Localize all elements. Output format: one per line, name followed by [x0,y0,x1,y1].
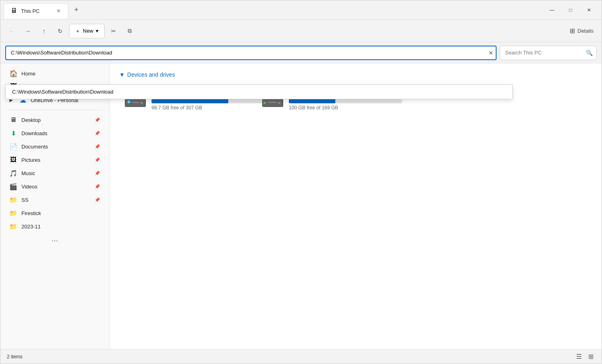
toolbar: ← → ↑ ↻ ＋ New ▾ ✂ ⧉ ⊞ Details [0,20,602,42]
sidebar-label-home: Home [21,71,100,77]
tab-title: This PC [21,8,52,14]
sidebar-item-ss[interactable]: 📁 SS 📌 [3,193,107,206]
content-area: ▼ Devices and drives [109,63,602,349]
forward-button[interactable]: → [21,24,35,38]
documents-icon: 📄 [9,142,17,151]
pin-icon-ss: 📌 [95,197,100,203]
pin-icon-videos: 📌 [95,184,100,189]
refresh-button[interactable]: ↻ [53,24,67,38]
sidebar-item-pictures[interactable]: 🖼 Pictures 📌 [3,153,107,166]
svg-point-14 [278,102,280,104]
pc-icon: 🖥 [10,7,18,15]
sidebar-item-music[interactable]: 🎵 Music 📌 [3,167,107,180]
new-label: New [83,28,93,34]
search-bar-wrap: 🔍 [500,46,597,60]
minimize-button[interactable]: — [543,4,561,17]
list-view-button[interactable]: ☰ [575,352,583,361]
drive-e-size: 100 GB free of 169 GB [289,105,402,111]
address-bar-wrap: ✕ [5,46,497,60]
address-bar-input[interactable] [5,46,497,60]
new-button[interactable]: ＋ New ▾ [69,24,105,38]
new-dropdown-icon: ▾ [96,28,99,34]
maximize-button[interactable]: □ [561,4,580,17]
autocomplete-item[interactable]: C:\Windows\SoftwareDistribution\Download [6,85,512,99]
folder-2023-icon: 📁 [9,222,17,230]
svg-point-13 [263,102,266,104]
sidebar-item-videos[interactable]: 🎬 Videos 📌 [3,180,107,193]
address-bar-row: ✕ 🔍 [0,42,602,63]
sidebar-label-desktop: Desktop [21,117,91,123]
sidebar-item-firestick[interactable]: 📁 Firestick [3,207,107,220]
item-count-label: 2 items [7,354,23,360]
details-label: Details [577,28,594,34]
sidebar-label-ss: SS [21,197,91,203]
pictures-icon: 🖼 [9,156,17,164]
firestick-icon: 📁 [9,209,17,217]
sidebar-label-2023-11: 2023-11 [21,224,100,230]
search-input[interactable] [500,46,597,60]
sidebar: 🏠 Home 🖼 Gallery ▶ ☁ OneDrive - Personal… [0,63,109,349]
music-icon: 🎵 [9,169,17,177]
status-bar: 2 items ☰ ⊞ [0,349,602,364]
svg-point-7 [141,102,143,104]
sidebar-item-desktop[interactable]: 🖥 Desktop 📌 [3,113,107,126]
sidebar-label-music: Music [21,170,91,176]
pin-icon-pictures: 📌 [95,157,100,163]
sidebar-label-downloads: Downloads [21,130,91,136]
sidebar-label-videos: Videos [21,184,91,190]
pin-icon-documents: 📌 [95,144,100,149]
sidebar-label-pictures: Pictures [21,157,91,163]
tiles-view-button[interactable]: ⊞ [587,352,595,361]
details-icon: ⊞ [570,27,575,35]
pin-icon-music: 📌 [95,171,100,176]
back-button[interactable]: ← [4,24,19,38]
home-icon: 🏠 [9,69,17,77]
sidebar-item-2023-11[interactable]: 📁 2023-11 [3,220,107,233]
downloads-icon: ⬇ [9,129,17,137]
autocomplete-dropdown: C:\Windows\SoftwareDistribution\Download [5,84,513,99]
svg-rect-8 [132,102,139,103]
copy-button[interactable]: ⧉ [122,24,137,38]
main-content: 🏠 Home 🖼 Gallery ▶ ☁ OneDrive - Personal… [0,63,602,349]
sidebar-item-documents[interactable]: 📄 Documents 📌 [3,140,107,153]
sidebar-item-home[interactable]: 🏠 Home [3,67,107,80]
cut-button[interactable]: ✂ [106,24,121,38]
file-explorer-window: 🖥 This PC ✕ + — □ ✕ ← → ↑ ↻ ＋ New ▾ ✂ ⧉ … [0,0,602,364]
up-button[interactable]: ↑ [37,24,51,38]
new-tab-button[interactable]: + [70,4,83,17]
address-clear-button[interactable]: ✕ [488,50,493,56]
sidebar-item-downloads[interactable]: ⬇ Downloads 📌 [3,127,107,140]
ss-icon: 📁 [9,196,17,204]
videos-icon: 🎬 [9,182,17,190]
pin-icon-downloads: 📌 [95,131,100,136]
drive-c-size: 98.7 GB free of 307 GB [152,105,265,111]
close-button[interactable]: ✕ [580,4,598,17]
tab-this-pc[interactable]: 🖥 This PC ✕ [4,3,68,19]
status-icons: ☰ ⊞ [575,352,595,361]
svg-rect-15 [268,102,277,103]
new-icon: ＋ [75,27,80,35]
sidebar-separator-1 [7,110,103,110]
sidebar-more-button[interactable]: … [0,233,109,245]
desktop-icon: 🖥 [9,116,17,124]
devices-section-title[interactable]: ▼ Devices and drives [119,71,592,78]
search-icon: 🔍 [586,50,593,56]
collapse-icon: ▼ [119,71,125,78]
title-bar: 🖥 This PC ✕ + — □ ✕ [0,0,602,20]
window-controls: — □ ✕ [543,4,598,17]
sidebar-label-firestick: Firestick [21,210,100,216]
sidebar-label-documents: Documents [21,144,91,150]
tab-close-button[interactable]: ✕ [55,7,62,15]
section-label: Devices and drives [127,71,175,78]
pin-icon-desktop: 📌 [95,117,100,123]
details-button[interactable]: ⊞ Details [566,24,598,38]
